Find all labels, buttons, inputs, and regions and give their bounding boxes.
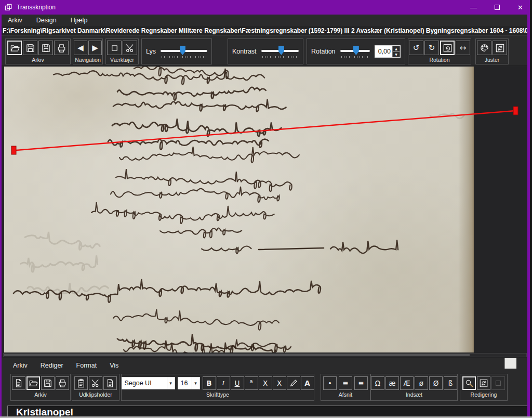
font-family-value: Segoe UI bbox=[122, 377, 167, 389]
font-family-select[interactable]: Segoe UI ▾ bbox=[122, 377, 175, 389]
title-bar: Transskription — ✕ bbox=[0, 0, 532, 15]
rotate-ccw-button[interactable]: ↺ bbox=[409, 41, 423, 55]
subscript-button[interactable]: X bbox=[273, 376, 286, 390]
minimize-button[interactable]: — bbox=[462, 0, 485, 15]
slider-thumb[interactable] bbox=[278, 46, 284, 55]
group-juster: Juster bbox=[475, 38, 509, 64]
editor-menu-arkiv[interactable]: Arkiv bbox=[13, 362, 28, 369]
find-button[interactable] bbox=[462, 376, 476, 390]
group-indsaet: Ω æ Æ ø Ø ß Indsæt bbox=[370, 374, 458, 401]
bullet-list-button[interactable]: • bbox=[323, 376, 337, 390]
cut-button[interactable] bbox=[89, 376, 102, 390]
window-edge-shadow bbox=[530, 0, 532, 418]
paste-button[interactable] bbox=[74, 376, 88, 390]
insert-ae-upper-button[interactable]: Æ bbox=[400, 376, 414, 390]
font-color-button[interactable]: A bbox=[301, 376, 314, 390]
small-caps-button[interactable]: a bbox=[245, 376, 258, 390]
new-document-button[interactable] bbox=[12, 376, 25, 390]
superscript-button[interactable]: X bbox=[259, 376, 272, 390]
annotation-overlay bbox=[0, 66, 528, 358]
group-caption: Arkiv bbox=[32, 57, 44, 63]
group-kontrast: Kontrast bbox=[228, 38, 303, 64]
slider-thumb[interactable] bbox=[353, 46, 359, 55]
group-udklipsholder: Udklipsholder bbox=[72, 374, 119, 401]
group-rotation-buttons: ↺ ↻ ↔ Rotation bbox=[408, 38, 471, 64]
slider-ticks bbox=[341, 56, 369, 58]
insert-eszett-button[interactable]: ß bbox=[444, 376, 457, 390]
print-document-button[interactable] bbox=[56, 376, 69, 390]
annotation-line[interactable] bbox=[16, 111, 515, 150]
brightness-label: Lys bbox=[146, 48, 156, 55]
next-image-button[interactable]: ▶ bbox=[88, 41, 102, 55]
line-handle-right[interactable] bbox=[513, 107, 518, 115]
group-caption: Udklipsholder bbox=[79, 391, 112, 398]
save-as-button[interactable] bbox=[38, 41, 53, 55]
group-navigation: ◀ ▶ Navigation bbox=[73, 38, 103, 64]
save-button[interactable] bbox=[23, 41, 37, 55]
insert-oslash-lower-button[interactable]: ø bbox=[415, 376, 428, 390]
chevron-down-icon[interactable]: ▾ bbox=[167, 377, 175, 389]
editor-panel: Arkiv Rediger Format Vis Arkiv bbox=[2, 358, 528, 416]
open-document-button[interactable] bbox=[26, 376, 40, 390]
copy-button[interactable] bbox=[103, 376, 117, 390]
spin-up-button[interactable]: ▲ bbox=[392, 46, 400, 51]
group-rotation-slider: Rotation 0,00 ▲ ▼ bbox=[307, 38, 405, 64]
line-handle-left[interactable] bbox=[11, 146, 16, 154]
insert-oslash-upper-button[interactable]: Ø bbox=[429, 376, 443, 390]
bold-button[interactable]: B bbox=[203, 376, 216, 390]
file-path: F:\Forskning\Rigsarkivet Danmark\Revider… bbox=[3, 27, 532, 34]
menu-arkiv[interactable]: Arkiv bbox=[8, 17, 22, 24]
maximize-icon bbox=[495, 5, 500, 10]
image-canvas[interactable] bbox=[0, 66, 532, 358]
color-adjust-button[interactable] bbox=[477, 41, 491, 55]
editor-menu-format[interactable]: Format bbox=[76, 362, 97, 369]
group-caption: Arkiv bbox=[34, 391, 46, 398]
rotation-spinner[interactable]: 0,00 ▲ ▼ bbox=[375, 45, 401, 58]
maximize-button[interactable] bbox=[485, 0, 509, 15]
menu-hjaelp[interactable]: Hjælp bbox=[71, 17, 88, 24]
scrollbar-thumb[interactable] bbox=[4, 354, 470, 356]
replace-button[interactable] bbox=[477, 376, 490, 390]
group-arkiv-top: Arkiv bbox=[5, 38, 71, 64]
editor-vertical-scrollbar[interactable] bbox=[504, 358, 516, 369]
transcription-editor[interactable]: Kristianopel bbox=[7, 406, 528, 416]
group-arkiv-bottom: Arkiv bbox=[10, 374, 71, 401]
slider-thumb[interactable] bbox=[180, 46, 185, 55]
highlight-button[interactable] bbox=[287, 376, 300, 390]
font-size-select[interactable]: 16 ▾ bbox=[178, 377, 200, 389]
save-document-button[interactable] bbox=[41, 376, 55, 390]
editor-menu-vis[interactable]: Vis bbox=[110, 362, 118, 369]
rotate-90-button[interactable] bbox=[440, 41, 455, 55]
insert-omega-button[interactable]: Ω bbox=[371, 376, 384, 390]
select-button bbox=[491, 376, 505, 390]
align-left-button[interactable]: ≡ bbox=[339, 376, 352, 390]
group-lys: Lys bbox=[141, 38, 212, 64]
open-file-button[interactable] bbox=[7, 41, 22, 55]
italic-button[interactable]: I bbox=[217, 376, 230, 390]
align-justify-button[interactable]: ≡ bbox=[354, 376, 368, 390]
menu-design[interactable]: Design bbox=[36, 17, 57, 24]
editor-menu-rediger[interactable]: Rediger bbox=[41, 362, 63, 369]
rotation-slider[interactable] bbox=[340, 43, 370, 60]
selection-tool-button[interactable] bbox=[107, 41, 122, 55]
cut-tool-button[interactable] bbox=[123, 41, 137, 55]
underline-button[interactable]: U bbox=[231, 376, 244, 390]
slider-ticks bbox=[162, 56, 206, 58]
group-caption: Indsæt bbox=[406, 391, 422, 398]
rotate-cw-button[interactable]: ↻ bbox=[424, 41, 439, 55]
spin-down-button[interactable]: ▼ bbox=[392, 51, 400, 57]
brightness-slider[interactable] bbox=[161, 43, 207, 60]
group-caption: Afsnit bbox=[339, 391, 352, 398]
reset-adjust-button[interactable] bbox=[493, 41, 507, 55]
chevron-down-icon[interactable]: ▾ bbox=[192, 377, 200, 389]
app-window: Transskription — ✕ Arkiv Design Hjælp F:… bbox=[0, 0, 532, 418]
horizontal-scrollbar[interactable] bbox=[3, 353, 527, 357]
print-button[interactable] bbox=[54, 41, 69, 55]
contrast-slider[interactable] bbox=[261, 43, 299, 60]
prev-image-button[interactable]: ◀ bbox=[74, 41, 87, 55]
flip-horizontal-button[interactable]: ↔ bbox=[456, 41, 470, 55]
rotation-value[interactable]: 0,00 bbox=[375, 46, 392, 57]
group-vaerktojer: Værktøjer bbox=[105, 38, 139, 64]
group-caption: Juster bbox=[485, 57, 500, 63]
insert-ae-lower-button[interactable]: æ bbox=[385, 376, 399, 390]
